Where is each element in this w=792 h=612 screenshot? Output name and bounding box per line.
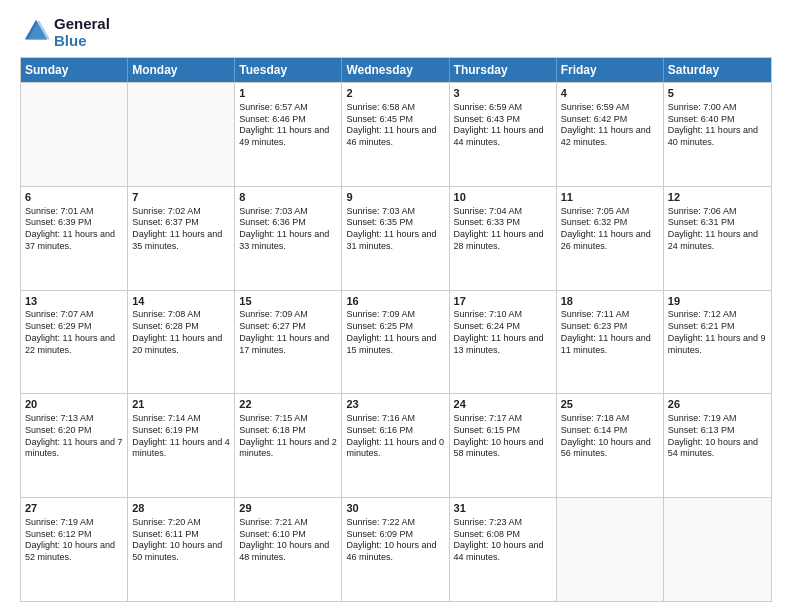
day-number: 28 [132, 501, 230, 516]
cell-info: Sunrise: 7:00 AM Sunset: 6:40 PM Dayligh… [668, 102, 767, 149]
week-row-4: 20Sunrise: 7:13 AM Sunset: 6:20 PM Dayli… [21, 393, 771, 497]
cell-info: Sunrise: 6:58 AM Sunset: 6:45 PM Dayligh… [346, 102, 444, 149]
week-row-5: 27Sunrise: 7:19 AM Sunset: 6:12 PM Dayli… [21, 497, 771, 601]
cell-info: Sunrise: 7:12 AM Sunset: 6:21 PM Dayligh… [668, 309, 767, 356]
cell-info: Sunrise: 6:59 AM Sunset: 6:43 PM Dayligh… [454, 102, 552, 149]
cell-info: Sunrise: 6:59 AM Sunset: 6:42 PM Dayligh… [561, 102, 659, 149]
week-row-3: 13Sunrise: 7:07 AM Sunset: 6:29 PM Dayli… [21, 290, 771, 394]
cell-info: Sunrise: 7:23 AM Sunset: 6:08 PM Dayligh… [454, 517, 552, 564]
day-cell-21: 21Sunrise: 7:14 AM Sunset: 6:19 PM Dayli… [128, 394, 235, 497]
cell-info: Sunrise: 7:01 AM Sunset: 6:39 PM Dayligh… [25, 206, 123, 253]
day-cell-8: 8Sunrise: 7:03 AM Sunset: 6:36 PM Daylig… [235, 187, 342, 290]
day-number: 13 [25, 294, 123, 309]
day-number: 3 [454, 86, 552, 101]
day-cell-18: 18Sunrise: 7:11 AM Sunset: 6:23 PM Dayli… [557, 291, 664, 394]
week-row-2: 6Sunrise: 7:01 AM Sunset: 6:39 PM Daylig… [21, 186, 771, 290]
calendar-body: 1Sunrise: 6:57 AM Sunset: 6:46 PM Daylig… [21, 82, 771, 601]
cell-info: Sunrise: 7:04 AM Sunset: 6:33 PM Dayligh… [454, 206, 552, 253]
cell-info: Sunrise: 7:08 AM Sunset: 6:28 PM Dayligh… [132, 309, 230, 356]
day-number: 8 [239, 190, 337, 205]
day-cell-10: 10Sunrise: 7:04 AM Sunset: 6:33 PM Dayli… [450, 187, 557, 290]
day-number: 14 [132, 294, 230, 309]
logo-line2: Blue [54, 33, 110, 50]
day-cell-9: 9Sunrise: 7:03 AM Sunset: 6:35 PM Daylig… [342, 187, 449, 290]
day-number: 11 [561, 190, 659, 205]
day-cell-2: 2Sunrise: 6:58 AM Sunset: 6:45 PM Daylig… [342, 83, 449, 186]
header-day-thursday: Thursday [450, 58, 557, 82]
cell-info: Sunrise: 7:11 AM Sunset: 6:23 PM Dayligh… [561, 309, 659, 356]
header-day-friday: Friday [557, 58, 664, 82]
cell-info: Sunrise: 7:06 AM Sunset: 6:31 PM Dayligh… [668, 206, 767, 253]
logo-icon [22, 17, 50, 45]
cell-info: Sunrise: 7:10 AM Sunset: 6:24 PM Dayligh… [454, 309, 552, 356]
day-number: 20 [25, 397, 123, 412]
day-number: 24 [454, 397, 552, 412]
day-number: 9 [346, 190, 444, 205]
day-number: 25 [561, 397, 659, 412]
cell-info: Sunrise: 7:09 AM Sunset: 6:25 PM Dayligh… [346, 309, 444, 356]
day-number: 1 [239, 86, 337, 101]
calendar-header: SundayMondayTuesdayWednesdayThursdayFrid… [21, 58, 771, 82]
day-cell-20: 20Sunrise: 7:13 AM Sunset: 6:20 PM Dayli… [21, 394, 128, 497]
day-cell-17: 17Sunrise: 7:10 AM Sunset: 6:24 PM Dayli… [450, 291, 557, 394]
day-number: 18 [561, 294, 659, 309]
logo: General Blue [20, 16, 110, 49]
day-cell-28: 28Sunrise: 7:20 AM Sunset: 6:11 PM Dayli… [128, 498, 235, 601]
day-cell-7: 7Sunrise: 7:02 AM Sunset: 6:37 PM Daylig… [128, 187, 235, 290]
day-number: 5 [668, 86, 767, 101]
day-number: 12 [668, 190, 767, 205]
header-day-saturday: Saturday [664, 58, 771, 82]
day-cell-1: 1Sunrise: 6:57 AM Sunset: 6:46 PM Daylig… [235, 83, 342, 186]
cell-info: Sunrise: 7:18 AM Sunset: 6:14 PM Dayligh… [561, 413, 659, 460]
day-number: 6 [25, 190, 123, 205]
day-cell-3: 3Sunrise: 6:59 AM Sunset: 6:43 PM Daylig… [450, 83, 557, 186]
day-number: 16 [346, 294, 444, 309]
cell-info: Sunrise: 7:05 AM Sunset: 6:32 PM Dayligh… [561, 206, 659, 253]
day-number: 21 [132, 397, 230, 412]
day-number: 10 [454, 190, 552, 205]
cell-info: Sunrise: 6:57 AM Sunset: 6:46 PM Dayligh… [239, 102, 337, 149]
day-cell-6: 6Sunrise: 7:01 AM Sunset: 6:39 PM Daylig… [21, 187, 128, 290]
page: General Blue SundayMondayTuesdayWednesda… [0, 0, 792, 612]
day-cell-11: 11Sunrise: 7:05 AM Sunset: 6:32 PM Dayli… [557, 187, 664, 290]
day-cell-13: 13Sunrise: 7:07 AM Sunset: 6:29 PM Dayli… [21, 291, 128, 394]
day-number: 15 [239, 294, 337, 309]
day-cell-15: 15Sunrise: 7:09 AM Sunset: 6:27 PM Dayli… [235, 291, 342, 394]
day-number: 7 [132, 190, 230, 205]
day-cell-4: 4Sunrise: 6:59 AM Sunset: 6:42 PM Daylig… [557, 83, 664, 186]
calendar: SundayMondayTuesdayWednesdayThursdayFrid… [20, 57, 772, 602]
day-cell-25: 25Sunrise: 7:18 AM Sunset: 6:14 PM Dayli… [557, 394, 664, 497]
cell-info: Sunrise: 7:02 AM Sunset: 6:37 PM Dayligh… [132, 206, 230, 253]
cell-info: Sunrise: 7:03 AM Sunset: 6:35 PM Dayligh… [346, 206, 444, 253]
empty-cell [664, 498, 771, 601]
day-number: 29 [239, 501, 337, 516]
day-number: 26 [668, 397, 767, 412]
week-row-1: 1Sunrise: 6:57 AM Sunset: 6:46 PM Daylig… [21, 82, 771, 186]
day-cell-29: 29Sunrise: 7:21 AM Sunset: 6:10 PM Dayli… [235, 498, 342, 601]
day-cell-5: 5Sunrise: 7:00 AM Sunset: 6:40 PM Daylig… [664, 83, 771, 186]
header-day-tuesday: Tuesday [235, 58, 342, 82]
day-number: 17 [454, 294, 552, 309]
cell-info: Sunrise: 7:21 AM Sunset: 6:10 PM Dayligh… [239, 517, 337, 564]
day-cell-24: 24Sunrise: 7:17 AM Sunset: 6:15 PM Dayli… [450, 394, 557, 497]
day-cell-26: 26Sunrise: 7:19 AM Sunset: 6:13 PM Dayli… [664, 394, 771, 497]
cell-info: Sunrise: 7:16 AM Sunset: 6:16 PM Dayligh… [346, 413, 444, 460]
day-cell-19: 19Sunrise: 7:12 AM Sunset: 6:21 PM Dayli… [664, 291, 771, 394]
day-cell-14: 14Sunrise: 7:08 AM Sunset: 6:28 PM Dayli… [128, 291, 235, 394]
logo-line1: General [54, 16, 110, 33]
cell-info: Sunrise: 7:13 AM Sunset: 6:20 PM Dayligh… [25, 413, 123, 460]
empty-cell [557, 498, 664, 601]
cell-info: Sunrise: 7:19 AM Sunset: 6:12 PM Dayligh… [25, 517, 123, 564]
cell-info: Sunrise: 7:20 AM Sunset: 6:11 PM Dayligh… [132, 517, 230, 564]
header-day-sunday: Sunday [21, 58, 128, 82]
day-cell-31: 31Sunrise: 7:23 AM Sunset: 6:08 PM Dayli… [450, 498, 557, 601]
cell-info: Sunrise: 7:07 AM Sunset: 6:29 PM Dayligh… [25, 309, 123, 356]
header-day-monday: Monday [128, 58, 235, 82]
empty-cell [128, 83, 235, 186]
day-number: 30 [346, 501, 444, 516]
day-number: 23 [346, 397, 444, 412]
cell-info: Sunrise: 7:03 AM Sunset: 6:36 PM Dayligh… [239, 206, 337, 253]
day-number: 31 [454, 501, 552, 516]
day-number: 4 [561, 86, 659, 101]
day-cell-12: 12Sunrise: 7:06 AM Sunset: 6:31 PM Dayli… [664, 187, 771, 290]
